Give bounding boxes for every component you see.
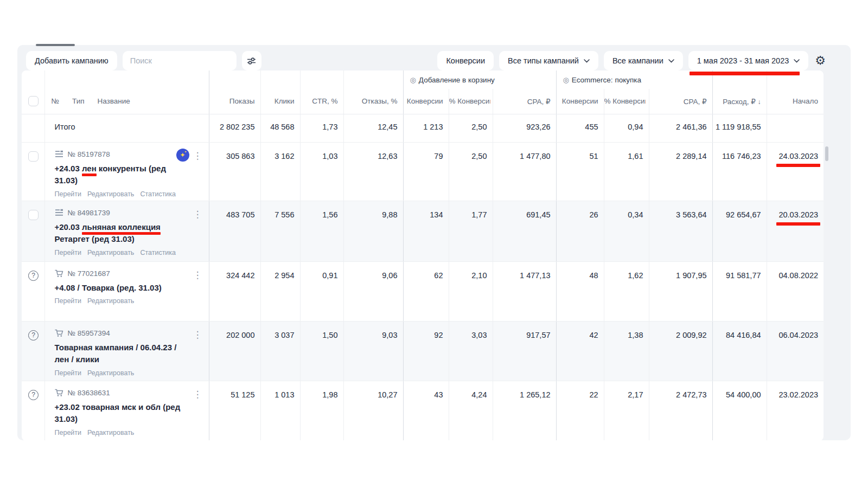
goal-target-icon: ◎ xyxy=(563,76,569,84)
totals-shows: 2 802 235 xyxy=(209,114,260,142)
link-stats[interactable]: Статистика xyxy=(140,190,176,198)
cell-ctr: 1,50 xyxy=(300,321,343,381)
cell-clicks: 7 556 xyxy=(260,201,300,261)
cart-campaign-icon xyxy=(55,389,64,397)
link-edit[interactable]: Редактировать xyxy=(87,190,134,198)
chevron-down-icon xyxy=(794,59,800,63)
cell-cart-conv: 134 xyxy=(403,201,449,261)
kebab-menu-icon[interactable]: ⋮ xyxy=(193,390,202,399)
link-go[interactable]: Перейти xyxy=(55,249,82,256)
col-clicks[interactable]: Клики xyxy=(260,89,300,114)
search-input[interactable] xyxy=(123,51,237,70)
gear-icon[interactable]: ⚙ xyxy=(814,55,827,67)
red-underline-annotation xyxy=(776,222,820,226)
add-campaign-button[interactable]: Добавить кампанию xyxy=(26,51,117,70)
cell-start: 24.03.2023 xyxy=(767,142,824,201)
kebab-menu-icon[interactable]: ⋮ xyxy=(193,330,202,339)
help-icon[interactable]: ? xyxy=(28,271,39,281)
col-ecom-conversions[interactable]: Конверсии xyxy=(556,89,604,114)
cell-ecom-conv: 42 xyxy=(556,321,604,381)
link-edit[interactable]: Редактировать xyxy=(87,369,134,377)
col-name: Название xyxy=(98,97,130,105)
link-go[interactable]: Перейти xyxy=(55,429,82,436)
campaigns-panel: Добавить кампанию Конверсии Все типы кам… xyxy=(17,45,851,440)
cell-ecom-cpa: 2 472,73 xyxy=(649,381,712,440)
col-bounces[interactable]: Отказы, % xyxy=(343,89,403,114)
cell-cost: 92 654,67 xyxy=(712,201,767,261)
cart-campaign-icon xyxy=(55,269,64,278)
kebab-menu-icon[interactable]: ⋮ xyxy=(193,271,202,280)
cell-shows: 305 863 xyxy=(209,142,260,201)
kebab-menu-icon[interactable]: ⋮ xyxy=(193,210,202,219)
campaign-types-dropdown[interactable]: Все типы кампаний xyxy=(499,51,598,70)
totals-bounces: 12,45 xyxy=(343,114,403,142)
totals-ecom-cpa: 2 461,36 xyxy=(649,114,712,142)
campaign-row: ? xyxy=(22,321,824,381)
col-cost[interactable]: Расход, ₽ ↓ xyxy=(712,89,767,114)
select-all-checkbox[interactable] xyxy=(28,96,39,106)
link-go[interactable]: Перейти xyxy=(55,369,82,377)
cell-bounces: 9,88 xyxy=(343,201,403,261)
campaign-id[interactable]: № 85197878 xyxy=(68,150,110,158)
col-cart-conversions[interactable]: Конверсии xyxy=(403,89,449,114)
cell-cart-rate: 3,03 xyxy=(449,321,493,381)
kebab-menu-icon[interactable]: ⋮ xyxy=(193,151,202,160)
cell-ctr: 1,56 xyxy=(300,201,343,261)
cell-cost: 116 746,23 xyxy=(712,142,767,201)
col-cart-cpa[interactable]: CPA, ₽ xyxy=(493,89,556,114)
all-campaigns-dropdown[interactable]: Все кампании xyxy=(604,51,683,70)
row-checkbox[interactable] xyxy=(28,210,39,220)
link-stats[interactable]: Статистика xyxy=(140,249,176,256)
campaign-name[interactable]: +4.08 / Товарка (ред. 31.03) xyxy=(55,282,187,294)
row-checkbox[interactable] xyxy=(28,151,39,162)
cell-shows: 483 705 xyxy=(209,201,260,261)
campaign-id[interactable]: № 83638631 xyxy=(68,389,110,397)
help-icon[interactable]: ? xyxy=(28,330,39,341)
goal-target-icon: ◎ xyxy=(410,76,416,84)
screen: Добавить кампанию Конверсии Все типы кам… xyxy=(0,0,868,488)
chevron-down-icon xyxy=(668,59,674,63)
col-num: № xyxy=(52,97,59,105)
cell-ecom-rate: 2,17 xyxy=(604,381,649,440)
col-ecom-conv-rate[interactable]: % Конверсии xyxy=(604,89,649,114)
col-shows[interactable]: Показы xyxy=(209,89,260,114)
conversions-button[interactable]: Конверсии xyxy=(437,51,494,70)
cell-start: 23.02.2023 xyxy=(767,381,824,440)
help-icon[interactable]: ? xyxy=(28,390,39,400)
campaign-row: ? xyxy=(22,261,824,321)
red-underline-annotation xyxy=(690,72,800,75)
cell-ctr: 1,98 xyxy=(300,381,343,440)
link-edit[interactable]: Редактировать xyxy=(87,249,134,256)
tab-indicator xyxy=(36,44,75,46)
campaigns-table: ◎Добавление в корзину ◎Ecommerce: покупк… xyxy=(22,70,824,440)
filters-button[interactable] xyxy=(242,51,261,70)
cell-cart-rate: 2,50 xyxy=(449,142,493,201)
date-range-dropdown[interactable]: 1 мая 2023 - 31 мая 2023 xyxy=(688,51,808,70)
link-edit[interactable]: Редактировать xyxy=(87,297,134,305)
campaign-id[interactable]: № 84981739 xyxy=(68,209,110,217)
link-go[interactable]: Перейти xyxy=(55,190,82,198)
campaign-id[interactable]: № 85957394 xyxy=(68,329,110,337)
vertical-scrollbar-thumb[interactable] xyxy=(825,146,828,161)
link-go[interactable]: Перейти xyxy=(55,297,82,305)
campaign-row: ? xyxy=(22,381,824,440)
cell-ecom-conv: 26 xyxy=(556,201,604,261)
totals-ctr: 1,73 xyxy=(300,114,343,142)
col-ctr[interactable]: CTR, % xyxy=(300,89,343,114)
col-start[interactable]: Начало xyxy=(767,89,824,114)
cell-ecom-conv: 51 xyxy=(556,142,604,201)
cell-cost: 54 400,00 xyxy=(712,381,767,440)
campaign-name[interactable]: +24.03 лен конкуренты (ред 31.03) xyxy=(55,163,187,187)
cell-cart-conv: 62 xyxy=(403,261,449,321)
campaign-id[interactable]: № 77021687 xyxy=(68,269,110,278)
text-campaign-icon xyxy=(55,150,64,158)
campaign-name[interactable]: +20.03 льняная коллекция Ретаргет (ред 3… xyxy=(55,221,187,246)
cell-cart-cpa: 1 265,12 xyxy=(493,381,556,440)
sparkles-badge-icon: ✦✦ xyxy=(176,149,189,162)
col-cart-conv-rate[interactable]: % Конверсии xyxy=(449,89,493,114)
campaign-name[interactable]: Товарная кампания / 06.04.23 / лен / кли… xyxy=(55,342,187,366)
col-ecom-cpa[interactable]: CPA, ₽ xyxy=(649,89,712,114)
link-edit[interactable]: Редактировать xyxy=(87,429,134,436)
cell-bounces: 10,27 xyxy=(343,381,403,440)
campaign-name[interactable]: +23.02 товарная мск и обл (ред 31.03) xyxy=(55,401,187,426)
